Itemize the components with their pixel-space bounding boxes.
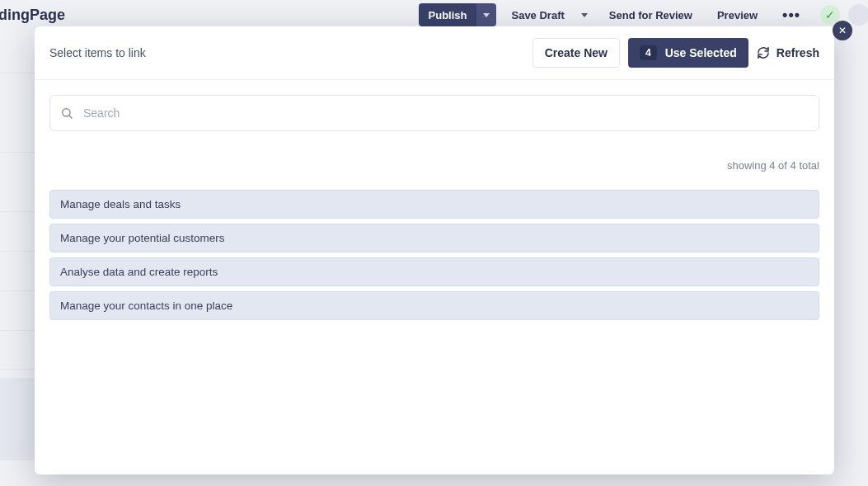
refresh-label: Refresh [777, 46, 819, 59]
search-field-wrap [49, 95, 819, 131]
items-list: Manage deals and tasks Manage your poten… [49, 190, 819, 320]
send-for-review-button[interactable]: Send for Review [599, 3, 702, 26]
modal-title: Select items to link [49, 46, 146, 59]
more-actions-button[interactable]: ••• [772, 3, 810, 26]
use-selected-button[interactable]: 4 Use Selected [628, 38, 748, 68]
chevron-down-icon [483, 13, 490, 17]
refresh-button[interactable]: Refresh [757, 46, 819, 59]
preview-button[interactable]: Preview [707, 3, 767, 26]
save-draft-button[interactable]: Save Draft [501, 3, 574, 26]
svg-line-1 [69, 116, 72, 118]
search-input[interactable] [83, 106, 809, 120]
save-draft-dropdown-toggle[interactable] [575, 3, 594, 26]
list-item[interactable]: Manage deals and tasks [49, 190, 819, 219]
refresh-icon [757, 46, 770, 59]
modal-actions: Create New 4 Use Selected Refresh [533, 38, 819, 68]
results-meta: showing 4 of 4 total [49, 159, 819, 172]
modal-body: showing 4 of 4 total Manage deals and ta… [35, 80, 834, 474]
list-item[interactable]: Analyse data and create reports [49, 257, 819, 286]
chevron-down-icon [581, 13, 588, 17]
list-item[interactable]: Manage your potential customers [49, 224, 819, 252]
select-items-modal: ✕ Select items to link Create New 4 Use … [35, 26, 834, 474]
publish-dropdown-toggle[interactable] [476, 3, 496, 26]
publish-button[interactable]: Publish [419, 3, 477, 26]
search-icon [60, 106, 73, 120]
list-item[interactable]: Manage your contacts in one place [49, 291, 819, 320]
avatar[interactable] [848, 4, 868, 26]
close-button[interactable]: ✕ [833, 21, 852, 40]
ellipsis-icon: ••• [782, 7, 800, 22]
top-bar: asLandingPage Publish Save Draft Send fo… [0, 0, 868, 30]
page-title: asLandingPage [0, 7, 65, 24]
modal-header: Select items to link Create New 4 Use Se… [35, 26, 834, 80]
selected-count-badge: 4 [640, 45, 657, 60]
use-selected-label: Use Selected [665, 46, 737, 59]
publish-button-group: Publish [419, 3, 497, 26]
create-new-button[interactable]: Create New [533, 38, 620, 68]
save-draft-button-group: Save Draft [501, 3, 594, 26]
close-icon: ✕ [838, 25, 847, 36]
